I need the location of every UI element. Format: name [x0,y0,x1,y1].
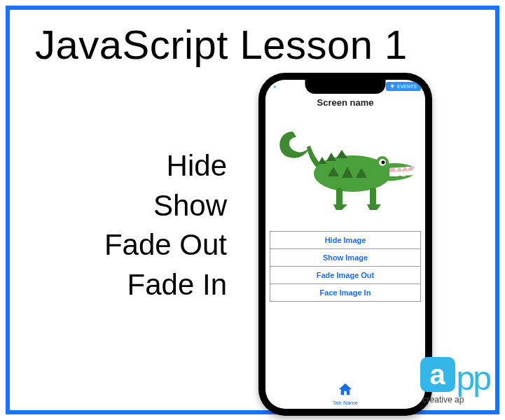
logo-suffix: pp [457,365,490,392]
logo-tagline: creative ap [423,395,464,405]
svg-rect-5 [370,188,376,206]
action-hide: Hide [38,146,227,186]
screen-title: Screen name [265,97,425,111]
status-signal-icon: ✦ [272,84,277,90]
brand-logo: a pp creative ap [420,357,490,405]
phone-mockup: ✦ 12:24 EVENTS Screen name [258,73,432,416]
bolt-icon [390,83,395,90]
tab-bar: Tab Name [265,382,425,406]
home-icon[interactable] [338,386,353,398]
page-title: JavaScript Lesson 1 [35,21,408,68]
logo-tile: a [420,357,455,392]
show-image-button[interactable]: Show Image [270,248,421,267]
phone-notch [305,80,386,94]
button-list: Hide Image Show Image Fade Image Out Fac… [265,230,425,302]
fade-in-button[interactable]: Face Image In [270,284,421,302]
events-badge[interactable]: EVENTS [386,82,421,91]
svg-rect-4 [336,188,343,206]
action-fade-in: Fade In [38,265,227,305]
action-list: Hide Show Fade Out Fade In [38,146,227,305]
svg-point-3 [382,161,385,164]
lesson-frame: JavaScript Lesson 1 Hide Show Fade Out F… [6,6,499,414]
fade-out-button[interactable]: Fade Image Out [270,266,421,284]
hide-image-button[interactable]: Hide Image [270,231,421,249]
action-show: Show [38,186,227,226]
crocodile-image [265,111,425,230]
action-fade-out: Fade Out [38,225,227,265]
events-label: EVENTS [397,84,417,89]
phone-screen: ✦ 12:24 EVENTS Screen name [265,80,425,409]
crocodile-icon [272,118,419,223]
tab-label: Tab Name [265,400,425,406]
logo-letter: a [429,359,445,391]
